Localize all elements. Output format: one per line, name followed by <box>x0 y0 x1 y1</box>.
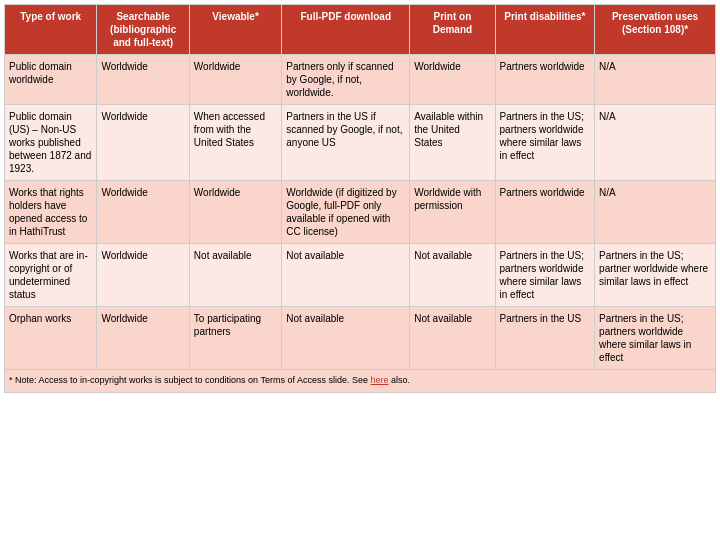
row2-col4: Partners in the US if scanned by Google,… <box>282 105 410 181</box>
table-row: Works that are in-copyright or of undete… <box>5 244 716 307</box>
row5-col4: Not available <box>282 307 410 370</box>
header-col6: Print disabilities* <box>495 5 595 55</box>
row4-col1: Works that are in-copyright or of undete… <box>5 244 97 307</box>
row4-col4: Not available <box>282 244 410 307</box>
note-text: * Note: Access to in-copyright works is … <box>9 375 371 385</box>
here-link[interactable]: here <box>371 375 389 385</box>
row3-col4: Worldwide (if digitized by Google, full-… <box>282 181 410 244</box>
row3-col5: Worldwide with permission <box>410 181 495 244</box>
header-col4: Full-PDF download <box>282 5 410 55</box>
row1-col7: N/A <box>595 55 716 105</box>
table-row: Public domain (US) – Non-US works publis… <box>5 105 716 181</box>
row1-col4: Partners only if scanned by Google, if n… <box>282 55 410 105</box>
table-row: Orphan works Worldwide To participating … <box>5 307 716 370</box>
row2-col7: N/A <box>595 105 716 181</box>
header-col5: Print on Demand <box>410 5 495 55</box>
row3-col7: N/A <box>595 181 716 244</box>
row1-col2: Worldwide <box>97 55 189 105</box>
row1-col1: Public domain worldwide <box>5 55 97 105</box>
row3-col3: Worldwide <box>189 181 281 244</box>
row5-col3: To participating partners <box>189 307 281 370</box>
note-cell: * Note: Access to in-copyright works is … <box>5 370 716 393</box>
row5-col5: Not available <box>410 307 495 370</box>
header-row: Type of work Searchable (bibliographic a… <box>5 5 716 55</box>
row5-col1: Orphan works <box>5 307 97 370</box>
note-text-end: also. <box>389 375 411 385</box>
row2-col1: Public domain (US) – Non-US works publis… <box>5 105 97 181</box>
row2-col3: When accessed from with the United State… <box>189 105 281 181</box>
row3-col6: Partners worldwide <box>495 181 595 244</box>
row4-col7: Partners in the US; partner worldwide wh… <box>595 244 716 307</box>
access-table: Type of work Searchable (bibliographic a… <box>4 4 716 393</box>
header-col2: Searchable (bibliographic and full-text) <box>97 5 189 55</box>
header-col3: Viewable* <box>189 5 281 55</box>
row5-col2: Worldwide <box>97 307 189 370</box>
row4-col5: Not available <box>410 244 495 307</box>
row5-col7: Partners in the US; partners worldwide w… <box>595 307 716 370</box>
row4-col2: Worldwide <box>97 244 189 307</box>
table-row: Public domain worldwide Worldwide Worldw… <box>5 55 716 105</box>
row3-col2: Worldwide <box>97 181 189 244</box>
row1-col5: Worldwide <box>410 55 495 105</box>
row2-col6: Partners in the US; partners worldwide w… <box>495 105 595 181</box>
row1-col6: Partners worldwide <box>495 55 595 105</box>
header-col7: Preservation uses (Section 108)* <box>595 5 716 55</box>
row2-col2: Worldwide <box>97 105 189 181</box>
table-row: Works that rights holders have opened ac… <box>5 181 716 244</box>
row4-col6: Partners in the US; partners worldwide w… <box>495 244 595 307</box>
main-container: Type of work Searchable (bibliographic a… <box>0 0 720 397</box>
row4-col3: Not available <box>189 244 281 307</box>
row1-col3: Worldwide <box>189 55 281 105</box>
row3-col1: Works that rights holders have opened ac… <box>5 181 97 244</box>
row5-col6: Partners in the US <box>495 307 595 370</box>
note-row: * Note: Access to in-copyright works is … <box>5 370 716 393</box>
header-col1: Type of work <box>5 5 97 55</box>
row2-col5: Available within the United States <box>410 105 495 181</box>
